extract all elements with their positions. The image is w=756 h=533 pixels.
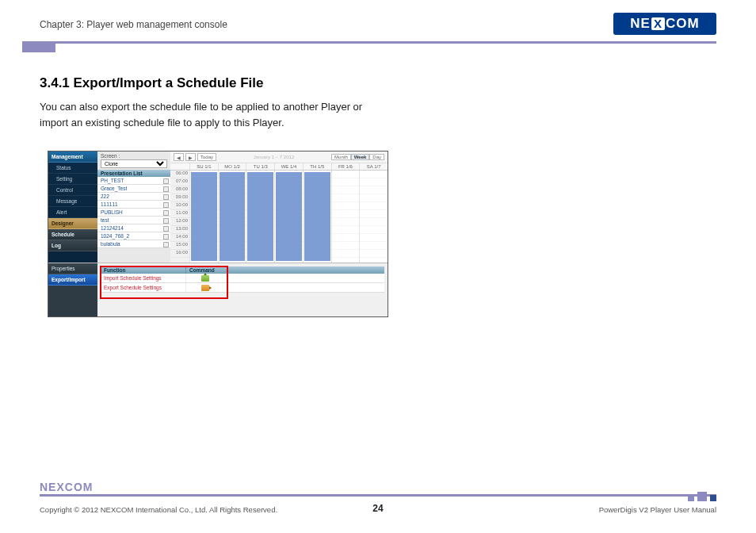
- tab-properties[interactable]: Properties: [48, 263, 97, 274]
- nav-control[interactable]: Control: [48, 185, 97, 196]
- cal-hour: 10:00: [170, 202, 189, 210]
- screenshot-presentation-panel: Screen : Clone Presentation List PH_TEST…: [97, 151, 170, 263]
- nav-log[interactable]: Log: [48, 240, 97, 251]
- screenshot-player-console: Management Status Setting Control Messag…: [48, 151, 388, 317]
- nav-schedule[interactable]: Schedule: [48, 229, 97, 240]
- tab-export-import[interactable]: Export/Import: [48, 274, 97, 286]
- cal-today-button[interactable]: Today: [197, 153, 216, 161]
- section-body: You can also export the schedule file to…: [40, 99, 388, 130]
- cal-hour: 15:00: [170, 242, 189, 250]
- nav-status[interactable]: Status: [48, 163, 97, 174]
- cal-hour: 07:00: [170, 178, 189, 186]
- footer-rule: [40, 494, 716, 497]
- screenshot-calendar: ◀ ▶ Today January 1 – 7 2012 Month Week …: [170, 151, 388, 263]
- chapter-heading: Chapter 3: Player web management console: [40, 19, 227, 30]
- cal-day: TU 1/3: [246, 163, 274, 170]
- cal-day: TH 1/5: [303, 163, 331, 170]
- cal-range-label: January 1 – 7 2012: [254, 155, 294, 159]
- function-table-area: Function Command Import Schedule Setting…: [97, 263, 388, 316]
- export-icon[interactable]: [201, 285, 209, 291]
- schedule-block[interactable]: [220, 172, 246, 261]
- cal-hour: 11:00: [170, 210, 189, 218]
- header-rule-cap: [22, 41, 55, 52]
- cal-day: SU 1/1: [189, 163, 218, 170]
- cal-day-header: SU 1/1 MO 1/2 TU 1/3 WE 1/4 TH 1/5 FR 1/…: [170, 163, 388, 171]
- schedule-block[interactable]: [247, 172, 273, 261]
- presentation-item[interactable]: 222: [97, 193, 170, 201]
- cal-next-button[interactable]: ▶: [185, 153, 196, 161]
- screenshot-bottom-tabs: Properties Export/Import: [48, 263, 97, 316]
- schedule-block[interactable]: [304, 172, 330, 261]
- presentation-item[interactable]: bulabula: [97, 240, 170, 248]
- nexcom-logo-top: NEXCOM: [613, 13, 716, 35]
- manual-name: PowerDigis V2 Player User Manual: [599, 505, 716, 514]
- row-export-label: Export Schedule Settings: [101, 283, 186, 292]
- cal-hour: 09:00: [170, 194, 189, 202]
- cal-hour: 16:00: [170, 250, 189, 258]
- presentation-item[interactable]: test: [97, 217, 170, 224]
- screenshot-left-nav: Management Status Setting Control Messag…: [48, 151, 97, 263]
- cal-day: FR 1/6: [331, 163, 360, 170]
- presentation-item[interactable]: 111111: [97, 201, 170, 209]
- presentation-item[interactable]: 12124214: [97, 224, 170, 232]
- function-table-header: Function Command: [101, 266, 384, 274]
- nav-designer[interactable]: Designer: [48, 218, 97, 229]
- import-icon[interactable]: [201, 275, 209, 282]
- row-import-schedule: Import Schedule Settings: [101, 274, 384, 283]
- cal-col-tue[interactable]: [246, 171, 274, 263]
- nav-setting[interactable]: Setting: [48, 174, 97, 185]
- row-export-schedule: Export Schedule Settings: [101, 283, 384, 293]
- nav-alert[interactable]: Alert: [48, 207, 97, 218]
- presentation-item[interactable]: 1024_768_2: [97, 232, 170, 240]
- cal-day: WE 1/4: [274, 163, 303, 170]
- cal-view-day[interactable]: Day: [369, 154, 384, 160]
- nexcom-logo-bottom: NEXCOM: [40, 481, 93, 493]
- cal-day: MO 1/2: [218, 163, 246, 170]
- screen-select[interactable]: Clone: [101, 159, 167, 168]
- presentation-item[interactable]: PH_TEST: [97, 177, 170, 185]
- cal-hour: 13:00: [170, 226, 189, 234]
- cal-col-wed[interactable]: [274, 171, 303, 263]
- cal-view-week[interactable]: Week: [351, 154, 370, 160]
- cal-col-sun[interactable]: [189, 171, 218, 263]
- row-import-label: Import Schedule Settings: [101, 274, 186, 282]
- presentation-item[interactable]: PUBLISH: [97, 209, 170, 217]
- cal-hour: 08:00: [170, 186, 189, 194]
- cal-hour: 06:00: [170, 171, 189, 178]
- nav-message[interactable]: Message: [48, 196, 97, 207]
- schedule-block[interactable]: [191, 172, 217, 261]
- cal-col-mon[interactable]: [218, 171, 246, 263]
- cal-col-sat[interactable]: [359, 171, 388, 263]
- footer-decoration: [688, 492, 716, 501]
- presentation-list-header: Presentation List: [97, 170, 170, 177]
- col-function: Function: [101, 266, 186, 274]
- cal-col-thu[interactable]: [303, 171, 331, 263]
- presentation-item[interactable]: Grace_Test: [97, 185, 170, 193]
- screen-label: Screen :: [97, 151, 170, 159]
- cal-hour: 12:00: [170, 218, 189, 226]
- cal-hour: 14:00: [170, 234, 189, 242]
- cal-prev-button[interactable]: ◀: [174, 153, 184, 161]
- cal-day: SA 1/7: [359, 163, 388, 170]
- schedule-block[interactable]: [276, 172, 302, 261]
- section-title: 3.4.1 Export/Import a Schedule File: [40, 75, 388, 91]
- cal-col-fri[interactable]: [331, 171, 360, 263]
- nav-management[interactable]: Management: [48, 151, 97, 163]
- header-rule: [22, 41, 716, 44]
- cal-view-month[interactable]: Month: [331, 154, 351, 160]
